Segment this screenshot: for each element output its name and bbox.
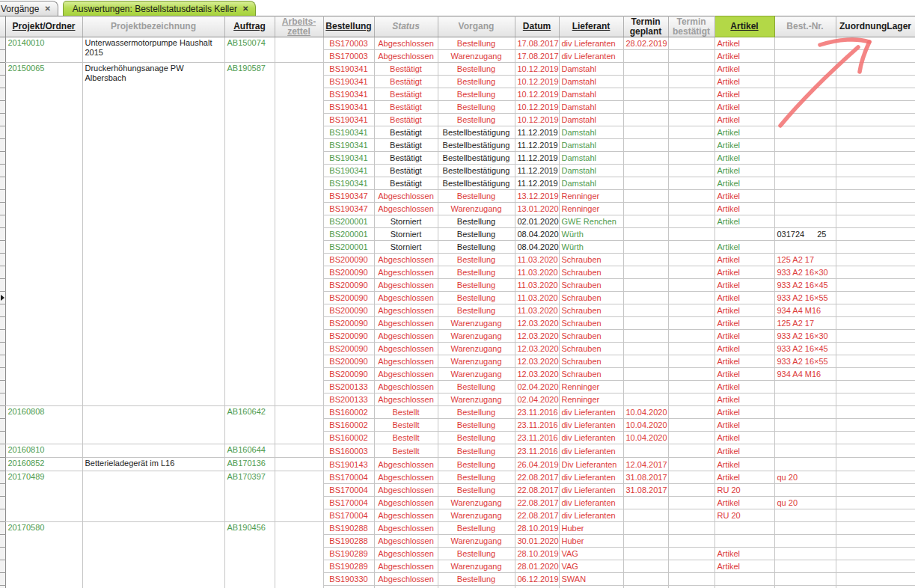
cell-termin_bestaetigt[interactable] xyxy=(668,139,714,152)
cell-zuordnung[interactable] xyxy=(836,165,915,177)
cell-zuordnung[interactable] xyxy=(836,241,915,254)
cell-bezeichnung[interactable]: Druckerhöhungsanage PW Albersbach xyxy=(82,63,224,406)
cell-best_nr[interactable] xyxy=(774,88,836,101)
cell-zuordnung[interactable] xyxy=(836,63,915,76)
cell-vorgang[interactable]: Bestellung xyxy=(438,76,515,88)
cell-bestellung[interactable]: BS190347 xyxy=(323,190,374,203)
cell-termin_bestaetigt[interactable] xyxy=(668,444,714,458)
column-header-projekt[interactable]: Projekt/Ordner xyxy=(5,16,82,37)
cell-status[interactable]: Abgeschlossen xyxy=(374,573,438,586)
cell-best_nr[interactable] xyxy=(774,101,836,114)
cell-vorgang[interactable]: Bestellung xyxy=(438,228,515,241)
cell-zuordnung[interactable] xyxy=(836,88,915,101)
cell-zuordnung[interactable] xyxy=(836,50,915,63)
cell-best_nr[interactable] xyxy=(774,63,836,76)
cell-lieferant[interactable]: Div Lieferanten xyxy=(559,458,623,471)
cell-best_nr[interactable] xyxy=(774,165,836,177)
cell-termin_geplant[interactable] xyxy=(623,586,668,588)
cell-zuordnung[interactable] xyxy=(836,317,915,330)
cell-best_nr[interactable]: 934 A4 M16 xyxy=(774,304,836,317)
cell-vorgang[interactable]: Bestellung xyxy=(438,279,515,292)
cell-bestellung[interactable]: BS190289 xyxy=(323,548,374,560)
cell-zuordnung[interactable] xyxy=(836,484,915,497)
cell-vorgang[interactable]: Warenzugang xyxy=(438,393,515,406)
cell-artikel[interactable]: Artikel xyxy=(714,381,774,393)
cell-artikel[interactable] xyxy=(714,573,774,586)
cell-vorgang[interactable]: Bestellung xyxy=(438,471,515,484)
cell-artikel[interactable] xyxy=(714,522,774,535)
cell-status[interactable]: Bestätigt xyxy=(374,152,438,165)
cell-vorgang[interactable]: Bestellung xyxy=(438,88,515,101)
cell-status[interactable]: Bestätigt xyxy=(374,88,438,101)
cell-termin_geplant[interactable]: 10.04.2020 xyxy=(623,432,668,444)
column-header-status[interactable]: Status xyxy=(374,16,438,37)
row-selector[interactable] xyxy=(0,432,5,444)
cell-status[interactable]: Bestätigt xyxy=(374,139,438,152)
cell-termin_geplant[interactable] xyxy=(623,522,668,535)
cell-termin_geplant[interactable] xyxy=(623,535,668,548)
row-selector[interactable] xyxy=(0,215,5,228)
column-header-bezeichnung[interactable]: Projektbezeichnung xyxy=(82,16,224,37)
row-selector[interactable] xyxy=(0,50,5,63)
cell-status[interactable]: Bestätigt xyxy=(374,76,438,88)
cell-best_nr[interactable] xyxy=(774,203,836,215)
cell-zuordnung[interactable] xyxy=(836,330,915,343)
cell-termin_bestaetigt[interactable] xyxy=(668,190,714,203)
cell-vorgang[interactable]: Warenzugang xyxy=(438,560,515,573)
cell-termin_geplant[interactable] xyxy=(623,126,668,139)
cell-bestellung[interactable]: BS190341 xyxy=(323,76,374,88)
cell-lieferant[interactable]: Renninger xyxy=(559,381,623,393)
cell-bestellung[interactable]: BS170004 xyxy=(323,497,374,509)
cell-vorgang[interactable]: Bestellung xyxy=(438,304,515,317)
cell-datum[interactable]: 22.08.2017 xyxy=(515,497,559,509)
cell-zuordnung[interactable] xyxy=(836,560,915,573)
cell-termin_geplant[interactable] xyxy=(623,279,668,292)
cell-termin_bestaetigt[interactable] xyxy=(668,381,714,393)
cell-artikel[interactable]: Artikel xyxy=(714,177,774,190)
cell-zuordnung[interactable] xyxy=(836,152,915,165)
cell-lieferant[interactable]: SWAN xyxy=(559,573,623,586)
cell-status[interactable]: Abgeschlossen xyxy=(374,509,438,522)
row-selector[interactable] xyxy=(0,228,5,241)
cell-termin_geplant[interactable] xyxy=(623,330,668,343)
cell-vorgang[interactable]: Warenzugang xyxy=(438,203,515,215)
cell-termin_geplant[interactable] xyxy=(623,368,668,381)
cell-termin_geplant[interactable] xyxy=(623,560,668,573)
cell-datum[interactable]: 26.04.2019 xyxy=(515,458,559,471)
cell-bestellung[interactable]: BS190288 xyxy=(323,522,374,535)
cell-termin_bestaetigt[interactable] xyxy=(668,509,714,522)
cell-termin_bestaetigt[interactable] xyxy=(668,101,714,114)
cell-termin_bestaetigt[interactable] xyxy=(668,330,714,343)
cell-termin_geplant[interactable]: 31.08.2017 xyxy=(623,484,668,497)
cell-best_nr[interactable] xyxy=(774,458,836,471)
cell-auftrag[interactable]: AB170397 xyxy=(224,471,275,522)
cell-termin_bestaetigt[interactable] xyxy=(668,254,714,266)
cell-status[interactable]: Abgeschlossen xyxy=(374,497,438,509)
cell-termin_bestaetigt[interactable] xyxy=(668,165,714,177)
cell-artikel[interactable] xyxy=(714,228,774,241)
cell-best_nr[interactable] xyxy=(774,432,836,444)
cell-status[interactable]: Storniert xyxy=(374,228,438,241)
row-selector[interactable] xyxy=(0,484,5,497)
cell-termin_geplant[interactable] xyxy=(623,203,668,215)
cell-artikel[interactable]: Artikel xyxy=(714,254,774,266)
row-selector[interactable] xyxy=(0,101,5,114)
cell-best_nr[interactable] xyxy=(774,406,836,419)
cell-bestellung[interactable]: BS200090 xyxy=(323,343,374,355)
cell-datum[interactable]: 12.03.2020 xyxy=(515,368,559,381)
cell-lieferant[interactable]: VAG xyxy=(559,560,623,573)
cell-status[interactable]: Bestellt xyxy=(374,419,438,432)
cell-termin_geplant[interactable] xyxy=(623,114,668,126)
cell-projekt[interactable]: 20170580 xyxy=(5,522,82,588)
cell-bestellung[interactable]: BS170004 xyxy=(323,484,374,497)
cell-bestellung[interactable]: BS160002 xyxy=(323,406,374,419)
row-selector[interactable] xyxy=(0,152,5,165)
cell-termin_geplant[interactable] xyxy=(623,152,668,165)
close-icon[interactable]: ✕ xyxy=(242,5,248,13)
row-selector[interactable] xyxy=(0,63,5,76)
row-selector[interactable] xyxy=(0,304,5,317)
cell-arbeitszettel[interactable] xyxy=(275,458,323,471)
cell-status[interactable]: Storniert xyxy=(374,215,438,228)
column-header-zuordnung[interactable]: ZuordnungLager xyxy=(836,16,915,37)
cell-datum[interactable]: 11.03.2020 xyxy=(515,279,559,292)
